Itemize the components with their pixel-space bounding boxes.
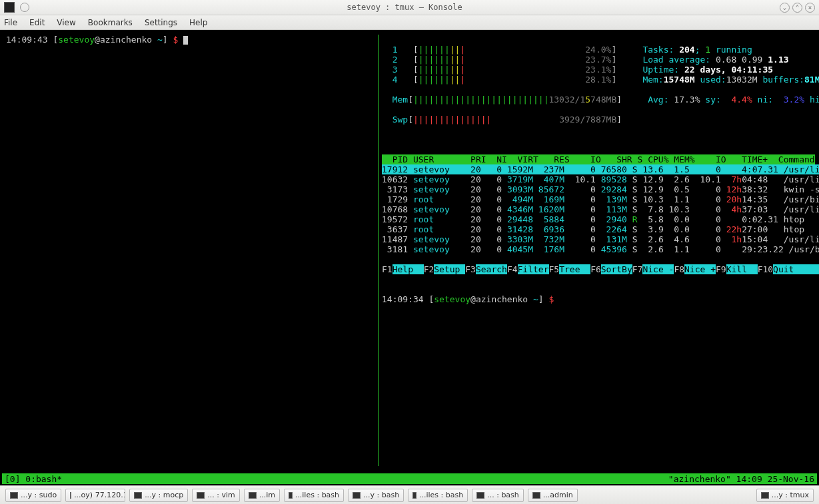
task-item[interactable]: ...im: [244, 489, 280, 502]
terminal-icon: [249, 492, 257, 499]
pin-icon[interactable]: [20, 3, 29, 12]
task-item[interactable]: ...admin: [528, 489, 578, 502]
task-item[interactable]: ...y : mocp: [129, 489, 188, 502]
window-titlebar: setevoy : tmux – Konsole ⌄ ⌃ ✕: [0, 0, 819, 15]
terminal-icon: [476, 492, 484, 499]
tmux-status-left: [0] 0:bash*: [5, 474, 62, 484]
terminal-icon: [134, 492, 142, 499]
app-icon: [4, 2, 15, 13]
tmux-status-right: "azinchenko" 14:09 25-Nov-16: [668, 474, 814, 484]
tmux-status-bar: [0] 0:bash* "azinchenko" 14:09 25-Nov-16: [2, 473, 817, 484]
pane-separator: [378, 35, 379, 466]
terminal-icon: [353, 492, 361, 499]
task-item[interactable]: ...oy) 77.120.103.20: [65, 489, 125, 502]
task-item[interactable]: ...y : tmux: [756, 489, 814, 502]
terminal-icon: [412, 492, 416, 499]
task-item[interactable]: ...iles : bash: [408, 489, 468, 502]
menu-settings[interactable]: Settings: [145, 18, 177, 27]
right-pane: 1 [||||||||| 24.0%] Tasks: 204; 1 runnin…: [382, 35, 817, 304]
terminal-icon: [197, 492, 205, 499]
htop-fkeys[interactable]: F1Help F2Setup F3SearchF4FilterF5Tree F6…: [382, 264, 819, 274]
cursor-icon: [183, 36, 188, 45]
desktop-taskbar: ...y : sudo...oy) 77.120.103.20...y : mo…: [0, 485, 819, 504]
terminal-icon: [70, 492, 71, 499]
terminal-icon: [532, 492, 540, 499]
terminal-icon: [10, 492, 18, 499]
menu-edit[interactable]: Edit: [29, 18, 45, 27]
window-title: setevoy : tmux – Konsole: [29, 3, 780, 12]
maximize-button[interactable]: ⌃: [792, 3, 802, 13]
menu-help[interactable]: Help: [189, 18, 207, 27]
terminal-icon: [289, 492, 293, 499]
menu-file[interactable]: File: [4, 18, 17, 27]
terminal[interactable]: 14:09:43 [setevoy@azinchenko ~] $ 1 [|||…: [2, 30, 817, 484]
close-button[interactable]: ✕: [805, 3, 815, 13]
menubar: File Edit View Bookmarks Settings Help: [0, 15, 819, 30]
terminal-icon: [761, 492, 769, 499]
task-item[interactable]: ...iles : bash: [284, 489, 344, 502]
menu-bookmarks[interactable]: Bookmarks: [88, 18, 133, 27]
menu-view[interactable]: View: [57, 18, 75, 27]
minimize-button[interactable]: ⌄: [780, 3, 790, 13]
left-pane-prompt: 14:09:43 [setevoy@azinchenko ~] $: [6, 35, 188, 45]
htop-columns: PID USER PRI NI VIRT RES IO SHR S CPU% M…: [382, 154, 815, 164]
task-item[interactable]: ...y : sudo: [5, 489, 61, 502]
task-item[interactable]: ... : vim: [192, 489, 239, 502]
task-item[interactable]: ... : bash: [472, 489, 524, 502]
task-item[interactable]: ...y : bash: [348, 489, 404, 502]
